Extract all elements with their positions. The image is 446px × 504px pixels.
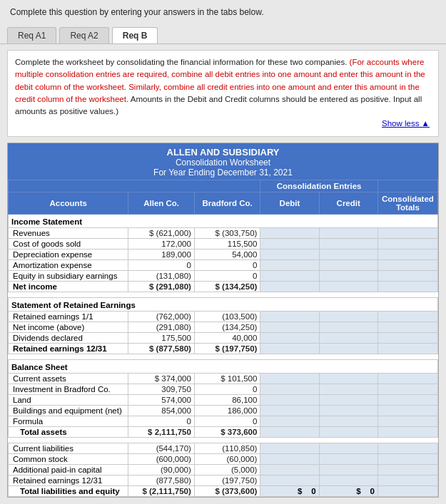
table-row-total-liabilities: Total liabilities and equity$ (2,111,750…	[9, 485, 438, 496]
table-row: Retained earnings 12/31(877,580)(197,750…	[9, 475, 438, 485]
table-row: Dividends declared175,50040,000	[9, 332, 438, 343]
top-instruction: Complete this question by entering your …	[0, 0, 446, 23]
tab-req-a1[interactable]: Req A1	[7, 27, 56, 43]
table-row: Equity in subsidiary earnings(131,080)0	[9, 270, 438, 281]
credit-col-header: Credit	[319, 192, 377, 214]
debit-col-header: Debit	[260, 192, 319, 214]
table-row: Revenues$ (621,000)$ (303,750)	[9, 227, 438, 238]
tabs-bar: Req A1 Req A2 Req B	[0, 23, 446, 44]
table-row: Total assets$ 2,111,750$ 373,600	[9, 426, 438, 437]
worksheet-container: ALLEN AND SUBSIDIARY Consolidation Works…	[7, 143, 439, 498]
instruction-text: Complete this question by entering your …	[10, 7, 264, 17]
table-row: Formula00	[9, 416, 438, 426]
worksheet-table: Consolidation Entries Accounts Allen Co.…	[8, 180, 438, 497]
table-row: Land574,00086,100	[9, 394, 438, 405]
ws-title: ALLEN AND SUBSIDIARY	[9, 147, 437, 158]
bradford-col-header: Bradford Co.	[194, 192, 260, 214]
consol-entries-header: Consolidation Entries	[260, 180, 377, 192]
tab-req-b[interactable]: Req B	[112, 27, 158, 43]
table-row: Retained earnings 12/31$ (877,580)$ (197…	[9, 343, 438, 354]
income-statement-label: Income Statement	[9, 214, 438, 227]
table-row: Common stock(600,000)(60,000)	[9, 453, 438, 464]
table-row: Net income$ (291,080)$ (134,250)	[9, 281, 438, 292]
balance-sheet-label: Balance Sheet	[9, 359, 438, 373]
table-row: Cost of goods sold172,000115,500	[9, 238, 438, 249]
balance-sheet-header: Balance Sheet	[9, 359, 438, 373]
ws-subtitle: Consolidation Worksheet	[9, 158, 437, 168]
table-row: Additional paid-in capital(90,000)(5,000…	[9, 464, 438, 475]
table-row: Current assets$ 374,000$ 101,500	[9, 373, 438, 384]
table-row: Net income (above)(291,080)(134,250)	[9, 322, 438, 332]
table-row: Amortization expense00	[9, 259, 438, 270]
description-box: Complete the worksheet by consolidating …	[7, 50, 439, 137]
table-row: Investment in Bradford Co.309,7500	[9, 384, 438, 394]
table-row: Depreciation expense189,00054,000	[9, 249, 438, 259]
accounts-col-header: Accounts	[9, 192, 128, 214]
tab-req-a2[interactable]: Req A2	[59, 27, 108, 43]
ws-header: ALLEN AND SUBSIDIARY Consolidation Works…	[8, 143, 438, 180]
show-less-link[interactable]: Show less ▲	[15, 118, 431, 130]
desc-normal1: Complete the worksheet by consolidating …	[15, 58, 350, 66]
consolidated-col-header: Consolidated Totals	[377, 192, 437, 214]
table-row: Retained earnings 1/1(762,000)(103,500)	[9, 311, 438, 322]
table-row: Current liabilities(544,170)(110,850)	[9, 443, 438, 453]
allen-col-header: Allen Co.	[128, 192, 195, 214]
ws-date: For Year Ending December 31, 2021	[9, 168, 437, 178]
retained-earnings-header: Statement of Retained Earnings	[9, 297, 438, 311]
income-statement-header: Income Statement	[9, 214, 438, 227]
table-row: Buildings and equipment (net)854,000186,…	[9, 405, 438, 416]
retained-earnings-label: Statement of Retained Earnings	[9, 297, 438, 311]
